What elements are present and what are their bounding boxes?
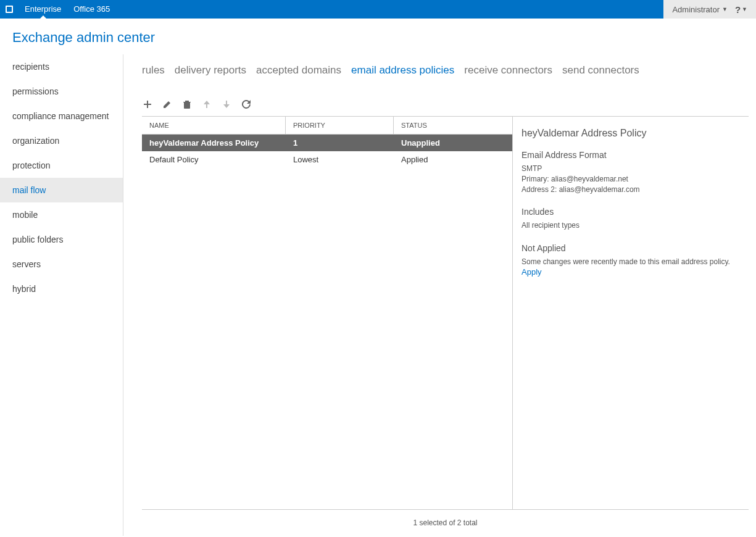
move-down-button[interactable] (221, 99, 232, 110)
page-title-row: Exchange admin center (0, 19, 756, 54)
tab-rules[interactable]: rules (142, 64, 165, 77)
help-menu[interactable]: ? ▼ (731, 4, 751, 15)
refresh-button[interactable] (241, 99, 252, 110)
help-icon: ? (735, 4, 741, 15)
col-priority[interactable]: PRIORITY (286, 117, 394, 134)
chevron-down-icon: ▼ (722, 6, 728, 12)
main-area: NAME PRIORITY STATUS heyValdemar Address… (142, 116, 749, 509)
edit-button[interactable] (162, 99, 173, 110)
tab-receive-connectors[interactable]: receive connectors (464, 64, 552, 77)
col-name[interactable]: NAME (142, 117, 286, 134)
details-pane: heyValdemar Address Policy Email Address… (513, 117, 749, 509)
add-button[interactable] (142, 99, 153, 110)
top-bar: Enterprise Office 365 Administrator ▼ ? … (0, 0, 756, 19)
details-includes-text: All recipient types (521, 220, 742, 231)
tab-accepted-domains[interactable]: accepted domains (256, 64, 341, 77)
cell-priority: 1 (286, 135, 394, 151)
details-not-applied-text: Some changes were recently made to this … (521, 257, 742, 267)
tab-send-connectors[interactable]: send connectors (562, 64, 639, 77)
user-label: Administrator (672, 5, 720, 14)
apply-link[interactable]: Apply (521, 267, 742, 277)
chevron-down-icon: ▼ (742, 6, 747, 12)
sidebar-item-permissions[interactable]: permissions (0, 79, 123, 104)
svg-rect-1 (7, 7, 12, 12)
move-up-button[interactable] (201, 99, 212, 110)
cell-status: Unapplied (394, 135, 512, 151)
table-row[interactable]: Default Policy Lowest Applied (142, 151, 512, 168)
page-title: Exchange admin center (12, 30, 744, 46)
sidebar-item-recipients[interactable]: recipients (0, 54, 123, 79)
nav-enterprise[interactable]: Enterprise (19, 0, 67, 19)
details-format-line: Primary: alias@heyvaldemar.net (521, 174, 742, 185)
sidebar-item-compliance[interactable]: compliance management (0, 104, 123, 128)
details-not-applied-head: Not Applied (521, 243, 742, 253)
layout: recipients permissions compliance manage… (0, 54, 756, 536)
cell-status: Applied (394, 151, 512, 168)
nav-office365[interactable]: Office 365 (67, 0, 116, 19)
policy-grid: NAME PRIORITY STATUS heyValdemar Address… (142, 117, 513, 509)
sidebar-item-protection[interactable]: protection (0, 153, 123, 178)
sidebar-item-servers[interactable]: servers (0, 252, 123, 277)
details-includes-head: Includes (521, 207, 742, 217)
grid-header: NAME PRIORITY STATUS (142, 117, 512, 135)
tab-delivery-reports[interactable]: delivery reports (175, 64, 246, 77)
content: rules delivery reports accepted domains … (123, 54, 756, 536)
user-menu[interactable]: Administrator ▼ (668, 5, 731, 14)
details-includes: Includes All recipient types (521, 207, 742, 231)
office-logo-icon (0, 0, 19, 19)
toolbar (123, 83, 756, 116)
col-status[interactable]: STATUS (394, 117, 512, 134)
sidebar: recipients permissions compliance manage… (0, 54, 123, 536)
sidebar-item-organization[interactable]: organization (0, 128, 123, 153)
grid-footer: 1 selected of 2 total (142, 509, 749, 536)
sidebar-item-mobile[interactable]: mobile (0, 202, 123, 227)
sidebar-item-mail-flow[interactable]: mail flow (0, 178, 123, 202)
cell-name: Default Policy (142, 151, 286, 168)
cell-priority: Lowest (286, 151, 394, 168)
sidebar-item-hybrid[interactable]: hybrid (0, 277, 123, 301)
tabs: rules delivery reports accepted domains … (123, 54, 756, 83)
details-not-applied: Not Applied Some changes were recently m… (521, 243, 742, 277)
delete-button[interactable] (181, 99, 193, 110)
table-row[interactable]: heyValdemar Address Policy 1 Unapplied (142, 135, 512, 151)
details-format-head: Email Address Format (521, 150, 742, 160)
grid-body: heyValdemar Address Policy 1 Unapplied D… (142, 135, 512, 168)
details-format-line: SMTP (521, 164, 742, 174)
cell-name: heyValdemar Address Policy (142, 135, 286, 151)
tab-email-address-policies[interactable]: email address policies (351, 64, 454, 77)
details-format: Email Address Format SMTP Primary: alias… (521, 150, 742, 194)
details-title: heyValdemar Address Policy (521, 128, 742, 139)
topbar-right: Administrator ▼ ? ▼ (663, 0, 756, 19)
details-format-line: Address 2: alias@heyvaldemar.com (521, 185, 742, 195)
sidebar-item-public-folders[interactable]: public folders (0, 227, 123, 252)
